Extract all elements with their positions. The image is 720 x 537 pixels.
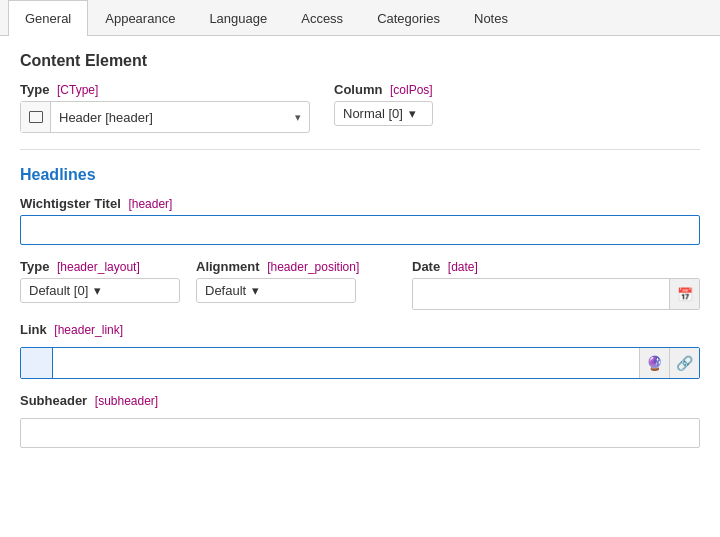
alignment-text: Default (205, 283, 246, 298)
alignment-db: [header_position] (267, 260, 359, 274)
type-select-text: Header [header] (51, 110, 287, 125)
section-divider (20, 149, 700, 150)
type-label: Type [CType] (20, 82, 310, 97)
subheader-label: Subheader [subheader] (20, 393, 700, 408)
column-field-group: Column [colPos] Normal [0] ▾ (334, 82, 433, 126)
wichtigster-input[interactable] (20, 215, 700, 245)
wichtigster-label: Wichtigster Titel [header] (20, 196, 700, 211)
link-icon: 🔗 (676, 355, 693, 371)
alignment-label: Alignment [header_position] (196, 259, 396, 274)
column-dropdown-arrow: ▾ (409, 106, 416, 121)
date-input[interactable] (413, 279, 669, 309)
alignment-arrow: ▾ (252, 283, 259, 298)
column-label: Column [colPos] (334, 82, 433, 97)
type-select-icon-box (21, 102, 51, 132)
headline-type-arrow: ▾ (94, 283, 101, 298)
subheader-input[interactable] (20, 418, 700, 448)
link-wrapper: 🔮 🔗 (20, 347, 700, 379)
tab-access[interactable]: Access (284, 0, 360, 36)
date-group: Date [date] 📅 (412, 259, 700, 310)
date-db: [date] (448, 260, 478, 274)
type-select[interactable]: Header [header] ▾ (20, 101, 310, 133)
calendar-icon: 📅 (677, 287, 693, 302)
tab-bar: General Appearance Language Access Categ… (0, 0, 720, 36)
content-element-title: Content Element (20, 52, 700, 70)
tab-language[interactable]: Language (192, 0, 284, 36)
wichtigster-db-name: [header] (128, 197, 172, 211)
wizard-icon: 🔮 (646, 355, 663, 371)
headline-type-group: Type [header_layout] Default [0] ▾ (20, 259, 180, 310)
subheader-field-group: Subheader [subheader] (20, 393, 700, 448)
link-input[interactable] (53, 348, 639, 378)
headline-type-select[interactable]: Default [0] ▾ (20, 278, 180, 303)
column-select[interactable]: Normal [0] ▾ (334, 101, 433, 126)
wichtigster-field-group: Wichtigster Titel [header] (20, 196, 700, 245)
header-icon (29, 111, 43, 123)
type-alignment-date-row: Type [header_layout] Default [0] ▾ Align… (20, 259, 700, 310)
headline-type-label: Type [header_layout] (20, 259, 180, 274)
tab-appearance[interactable]: Appearance (88, 0, 192, 36)
alignment-select[interactable]: Default ▾ (196, 278, 356, 303)
link-prefix-box (21, 348, 53, 378)
type-column-row: Type [CType] Header [header] ▾ Column [c… (20, 82, 700, 133)
link-field-group: Link [header_link] 🔮 🔗 (20, 322, 700, 379)
subheader-db: [subheader] (95, 394, 158, 408)
headline-type-text: Default [0] (29, 283, 88, 298)
link-wizard-button[interactable]: 🔮 (639, 348, 669, 378)
calendar-button[interactable]: 📅 (669, 279, 699, 309)
link-label: Link [header_link] (20, 322, 700, 337)
tab-general[interactable]: General (8, 0, 88, 36)
type-db-name: [CType] (57, 83, 98, 97)
date-label: Date [date] (412, 259, 700, 274)
column-db-name: [colPos] (390, 83, 433, 97)
link-external-button[interactable]: 🔗 (669, 348, 699, 378)
headlines-title: Headlines (20, 166, 700, 184)
tab-categories[interactable]: Categories (360, 0, 457, 36)
headline-type-db: [header_layout] (57, 260, 140, 274)
link-db: [header_link] (54, 323, 123, 337)
main-content: Content Element Type [CType] Header [hea… (0, 36, 720, 464)
alignment-group: Alignment [header_position] Default ▾ (196, 259, 396, 310)
tab-notes[interactable]: Notes (457, 0, 525, 36)
type-dropdown-arrow: ▾ (287, 111, 309, 124)
date-wrapper: 📅 (412, 278, 700, 310)
type-field-group: Type [CType] Header [header] ▾ (20, 82, 310, 133)
column-select-text: Normal [0] (343, 106, 403, 121)
